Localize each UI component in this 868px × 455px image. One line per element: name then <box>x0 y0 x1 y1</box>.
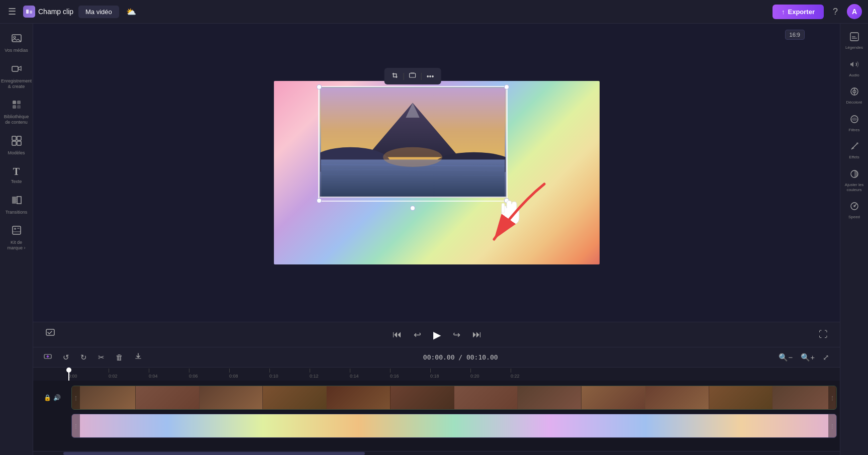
magic-edit-button[interactable] <box>43 326 57 343</box>
playback-left <box>43 326 57 343</box>
help-icon[interactable]: ? <box>833 7 838 17</box>
track-volume-button[interactable]: 🔊 <box>53 394 61 401</box>
fit-timeline-button[interactable]: ⤢ <box>820 351 832 363</box>
crop-button[interactable] <box>389 70 402 82</box>
right-sidebar-item-decolore[interactable]: Décoloré <box>841 82 867 109</box>
sidebar-item-enregistrement[interactable]: Enregistrement & create <box>2 59 31 94</box>
right-sidebar-label-decolore: Décoloré <box>846 100 862 105</box>
right-sidebar-item-filtres[interactable]: Filtres <box>841 110 867 137</box>
right-sidebar-item-ajuster-couleurs[interactable]: Ajuster les couleurs <box>841 165 867 196</box>
timeline-toolbar: ↺ ↻ ✂ 🗑 00:00.00 / 00:10.00 🔍− 🔍+ ⤢ <box>33 347 840 368</box>
svg-rect-8 <box>13 105 16 109</box>
user-avatar[interactable]: A <box>847 4 862 19</box>
app-logo: Champ clip <box>23 6 73 18</box>
toolbar-divider <box>404 73 404 80</box>
sidebar-label-vos-medias: Vos médias <box>5 48 28 53</box>
fullscreen-button[interactable]: ⛶ <box>817 327 830 342</box>
redo-button[interactable]: ↻ <box>78 351 89 363</box>
svg-point-44 <box>856 142 858 144</box>
more-options-button[interactable]: ••• <box>424 71 437 82</box>
ruler-mark: 0:22 <box>511 369 551 379</box>
gradient-track-handle-right[interactable]: ⋮ <box>828 414 836 437</box>
canvas-wrapper: ••• <box>274 81 600 264</box>
right-sidebar-item-audio[interactable]: Audio <box>841 55 867 82</box>
svg-rect-2 <box>30 11 32 14</box>
rewind-button[interactable]: ↩ <box>412 327 423 342</box>
zoom-in-button[interactable]: 🔍+ <box>798 351 817 363</box>
right-sidebar-item-speed[interactable]: Speed <box>841 197 867 224</box>
timeline-tracks: 🔒 🔊 ⋮ <box>33 381 840 451</box>
cut-button[interactable]: ✂ <box>95 351 107 363</box>
sidebar-item-transitions[interactable]: Transitions <box>2 191 31 219</box>
ruler-mark: 0:00 <box>68 369 109 379</box>
sidebar-label-enregistrement: Enregistrement & create <box>1 78 32 89</box>
svg-rect-16 <box>13 226 21 234</box>
ruler-mark: 0:12 <box>310 369 350 379</box>
svg-rect-9 <box>17 105 21 109</box>
aspect-ratio-badge[interactable]: 16:9 <box>785 30 805 40</box>
svg-rect-5 <box>12 66 18 71</box>
logo-icon <box>23 6 35 18</box>
svg-point-29 <box>383 147 442 167</box>
download-button[interactable] <box>132 351 145 363</box>
timeline-scrollbar[interactable] <box>33 451 840 455</box>
media-icon <box>11 33 22 46</box>
left-sidebar: Vos médias Enregistrement & create Bib <box>0 24 33 455</box>
effets-icon <box>849 141 859 154</box>
main-layout: Vos médias Enregistrement & create Bib <box>0 24 868 455</box>
zoom-out-button[interactable]: 🔍− <box>776 351 795 363</box>
playhead[interactable] <box>68 368 69 381</box>
menu-icon[interactable]: ☰ <box>6 4 18 19</box>
playback-right: ⛶ <box>817 327 830 342</box>
right-sidebar-label-filtres: Filtres <box>849 128 860 133</box>
add-clip-button[interactable] <box>41 351 54 363</box>
track-lock-button[interactable]: 🔒 <box>44 394 51 401</box>
playback-controls: ⏮ ↩ ▶ ↪ ⏭ ⛶ <box>33 322 840 347</box>
ruler-mark: 0:08 <box>229 369 269 379</box>
sidebar-label-kit-marque: Kit de marque › <box>4 240 29 251</box>
cloud-save-icon[interactable]: ⛅ <box>126 7 136 17</box>
right-sidebar-label-legendes: Légendes <box>845 45 863 50</box>
skip-back-button[interactable]: ⏮ <box>391 327 404 342</box>
brand-kit-icon <box>11 225 22 238</box>
canvas-image[interactable] <box>319 87 507 198</box>
gradient-track-handle-left[interactable]: ⋮ <box>72 414 80 437</box>
track-handle-right[interactable]: ⋮ <box>828 386 836 409</box>
track-controls: 🔒 🔊 <box>36 394 68 401</box>
gradient-track-content[interactable]: ⋮ ⋮ <box>71 414 837 438</box>
right-sidebar-item-legendes[interactable]: Légendes <box>841 28 867 54</box>
sidebar-item-bibliotheque[interactable]: Bibliothèque de contenu <box>2 95 31 129</box>
text-icon: T <box>13 166 20 177</box>
ruler-mark: 0:16 <box>390 369 430 379</box>
canvas-area[interactable]: 16:9 <box>33 24 840 322</box>
sidebar-item-kit-marque[interactable]: Kit de marque › <box>2 221 31 255</box>
active-tab[interactable]: Ma vidéo <box>78 6 119 18</box>
undo-button[interactable]: ↺ <box>60 351 72 363</box>
thumbnail-strip <box>72 386 836 409</box>
sidebar-item-modeles[interactable]: Modèles <box>2 131 31 160</box>
forward-button[interactable]: ↪ <box>451 327 462 342</box>
frame-button[interactable] <box>406 70 419 82</box>
speed-icon <box>849 201 859 214</box>
skip-forward-button[interactable]: ⏭ <box>470 327 484 342</box>
svg-rect-7 <box>17 101 21 104</box>
zoom-controls: 🔍− 🔍+ ⤢ <box>776 351 832 363</box>
svg-rect-31 <box>411 72 415 73</box>
ruler-mark: 0:18 <box>430 369 470 379</box>
record-icon <box>11 63 22 77</box>
audio-icon <box>849 59 859 72</box>
svg-rect-6 <box>13 101 16 104</box>
filtres-icon <box>849 114 859 127</box>
svg-rect-30 <box>410 73 416 77</box>
sidebar-item-texte[interactable]: T Texte <box>2 162 31 189</box>
delete-button[interactable]: 🗑 <box>113 351 126 363</box>
export-button[interactable]: ↑ Exporter <box>773 5 824 19</box>
right-sidebar-label-speed: Speed <box>848 215 860 220</box>
video-track-content[interactable]: ⋮ <box>71 386 837 410</box>
play-button[interactable]: ▶ <box>431 327 443 343</box>
track-handle-left[interactable]: ⋮ <box>72 386 80 409</box>
sidebar-item-vos-medias[interactable]: Vos médias <box>2 29 31 57</box>
svg-point-4 <box>14 36 16 38</box>
right-sidebar-item-effets[interactable]: Effets <box>841 137 867 164</box>
scrollbar-thumb[interactable] <box>63 452 365 455</box>
